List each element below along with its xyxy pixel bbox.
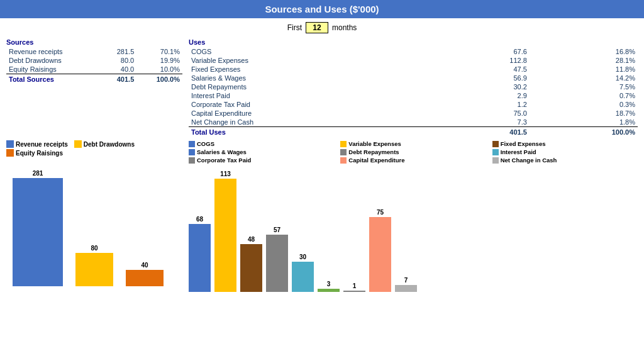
uses-total-label: Total Uses [189,127,445,137]
legend-label: Variable Expenses [348,140,401,147]
uses-item-pct: 18.7% [530,109,638,118]
sources-item-value: 281.5 [101,47,136,56]
right-legend-item: Fixed Expenses [492,140,638,147]
months-label: months [332,23,357,32]
uses-item-pct: 14.2% [530,74,638,82]
page-header: Sources and Uses ($'000) [0,0,644,18]
uses-item-label: Salaries & Wages [189,74,445,82]
right-legend-item: Debt Repayments [340,148,486,155]
left-legend-item: Debt Drawdowns [74,140,135,148]
bar-value-label: 7 [404,277,408,284]
legend-label: Revenue receipts [16,141,68,148]
right-bar-group: 48 [240,167,262,292]
uses-item-pct: 28.1% [530,56,638,65]
bar-value-label: 3 [327,281,331,288]
right-bar-group: 3 [318,167,340,292]
sources-item-value: 80.0 [101,56,136,65]
sources-item-label: Revenue receipts [6,47,101,56]
bar-rect [13,178,63,286]
legend-swatch [189,157,195,164]
right-legend-item: COGS [189,140,334,147]
uses-item-label: Net Change in Cash [189,118,445,127]
left-legend-item: Equity Raisings [6,149,63,157]
legend-swatch [6,149,14,157]
uses-item-label: Capital Expenditure [189,109,445,118]
legend-label: Fixed Expenses [501,140,546,147]
left-bar-group: 80 [75,170,113,286]
right-bar-group: 1 [343,167,365,292]
charts-section: Revenue receiptsDebt DrawdownsEquity Rai… [0,138,644,314]
bar-value-label: 30 [299,254,306,260]
uses-item-value: 75.0 [445,109,530,118]
uses-item-value: 1.2 [445,100,530,109]
months-row: First months [0,18,644,37]
right-legend-item: Net Change in Cash [492,157,638,164]
uses-item-pct: 11.8% [530,65,638,74]
sources-total-row: Total Sources 401.5 100.0% [6,74,182,84]
sources-table: Revenue receipts 281.5 70.1%Debt Drawdow… [6,47,182,84]
uses-item-label: Fixed Expenses [189,65,445,74]
uses-item-pct: 0.3% [530,100,638,109]
legend-swatch [492,157,499,164]
right-bar-group: 7 [395,167,417,292]
sources-item-value: 40.0 [101,65,136,74]
uses-title: Uses [189,38,638,46]
bar-rect [240,244,262,292]
bar-value-label: 68 [196,216,203,223]
uses-item-label: COGS [189,47,445,56]
top-section: Sources Revenue receipts 281.5 70.1%Debt… [0,37,644,138]
bar-rect [292,262,314,292]
uses-row: Interest Paid 2.9 0.7% [189,91,638,100]
legend-swatch [340,157,347,164]
bar-rect [126,270,164,286]
legend-label: Capital Expenditure [348,157,404,164]
uses-item-label: Debt Repayments [189,82,445,91]
sources-row: Debt Drawdowns 80.0 19.9% [6,56,182,65]
right-legend-item: Variable Expenses [340,140,486,147]
sources-total-pct: 100.0% [136,74,182,84]
months-input[interactable] [306,22,328,33]
uses-row: COGS 67.6 16.8% [189,47,638,56]
bar-value-label: 1 [353,282,357,289]
legend-label: Salaries & Wages [197,148,247,155]
legend-label: Corporate Tax Paid [197,157,251,164]
bar-rect [266,235,288,292]
right-chart-container: COGSVariable ExpensesFixed ExpensesSalar… [189,140,638,311]
right-legend-item: Capital Expenditure [340,157,486,164]
right-bar-group: 113 [214,167,236,292]
uses-item-pct: 16.8% [530,47,638,56]
bar-value-label: 80 [91,245,97,252]
bar-value-label: 48 [248,236,255,243]
sources-item-label: Equity Raisings [6,65,101,74]
legend-swatch [189,149,195,155]
sources-title: Sources [6,38,182,46]
uses-total-value: 401.5 [445,127,530,137]
uses-item-value: 30.2 [445,82,530,91]
uses-total-row: Total Uses 401.5 100.0% [189,127,638,137]
bar-rect [343,291,365,292]
uses-table: COGS 67.6 16.8%Variable Expenses 112.8 2… [189,47,638,137]
uses-item-pct: 7.5% [530,82,638,91]
legend-label: Debt Drawdowns [84,141,135,148]
sources-item-pct: 19.9% [136,56,182,65]
legend-label: Net Change in Cash [501,157,557,164]
uses-item-pct: 0.7% [530,91,638,100]
uses-item-value: 47.5 [445,65,530,74]
right-bar-group: 30 [292,167,314,292]
legend-label: COGS [197,140,214,147]
left-bar-group: 281 [13,170,63,286]
uses-row: Fixed Expenses 47.5 11.8% [189,65,638,74]
uses-row: Net Change in Cash 7.3 1.8% [189,118,638,127]
uses-item-label: Interest Paid [189,91,445,100]
left-legend-item: Revenue receipts [6,140,68,148]
legend-swatch [492,141,499,147]
bar-rect [369,217,391,292]
uses-item-value: 67.6 [445,47,530,56]
sources-item-label: Debt Drawdowns [6,56,101,65]
left-bar-group: 40 [126,170,164,286]
uses-item-value: 7.3 [445,118,530,127]
legend-swatch [340,149,347,155]
left-bar-chart: 281 80 40 [6,160,182,286]
legend-swatch [189,141,195,147]
sources-item-pct: 70.1% [136,47,182,56]
